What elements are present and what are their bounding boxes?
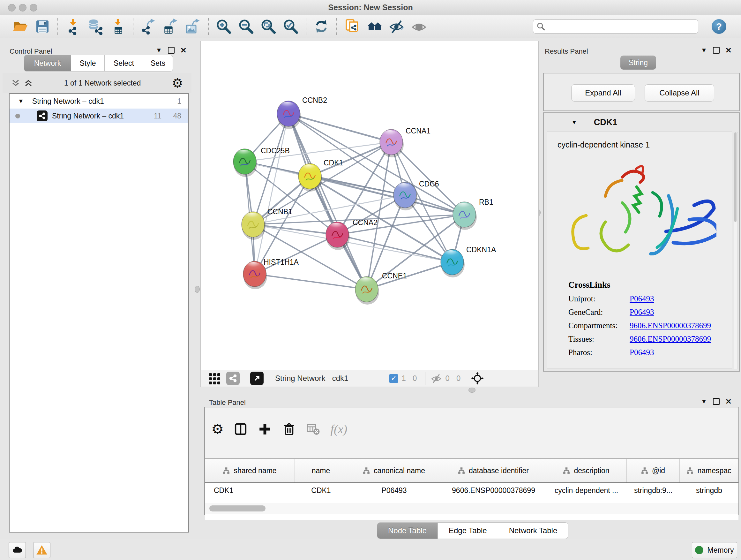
table-cell[interactable]: P06493 — [347, 483, 441, 498]
table-cell[interactable]: 9606.ENSP00000378699 — [441, 483, 546, 498]
network-row[interactable]: String Network – cdk1 11 48 — [10, 109, 188, 123]
network-node-ccne1[interactable]: CCNE1 — [355, 272, 407, 305]
zoom-out-button[interactable] — [237, 17, 255, 36]
save-session-button[interactable] — [33, 17, 51, 36]
search-input[interactable] — [545, 22, 695, 31]
clone-network-button[interactable] — [343, 17, 361, 36]
network-node-rb1[interactable]: RB1 — [453, 198, 493, 230]
search-field[interactable] — [533, 19, 698, 34]
network-edge[interactable] — [288, 114, 464, 214]
table-cell[interactable]: cyclin-dependent ... — [546, 483, 627, 498]
collapse-all-icon[interactable] — [11, 78, 20, 88]
hidden-items-icon[interactable] — [430, 373, 442, 384]
results-panel-menu-icon[interactable]: ▼ — [701, 47, 707, 54]
zoom-fit-button[interactable] — [259, 17, 277, 36]
zoom-selected-button[interactable] — [282, 17, 300, 36]
cloud-button[interactable] — [9, 542, 26, 558]
network-edge[interactable] — [337, 235, 452, 262]
table-options-gear-icon[interactable]: ⚙ — [211, 422, 224, 436]
expand-all-button[interactable]: Expand All — [571, 84, 635, 102]
grid-view-icon[interactable] — [208, 371, 222, 385]
memory-button[interactable]: Memory — [692, 542, 737, 558]
zoom-in-button[interactable] — [215, 17, 232, 36]
results-panel-float-icon[interactable] — [713, 47, 720, 54]
tab-sets[interactable]: Sets — [143, 55, 173, 71]
column-header-shared-name[interactable]: shared name — [205, 459, 295, 482]
show-columns-icon[interactable] — [233, 422, 248, 436]
table-cell[interactable]: stringdb — [680, 483, 738, 498]
collapse-all-button[interactable]: Collapse All — [645, 84, 714, 102]
export-image-button[interactable] — [184, 17, 202, 36]
crosslink-link[interactable]: P06493 — [630, 308, 654, 317]
left-splitter-handle[interactable] — [195, 286, 200, 293]
refresh-button[interactable] — [313, 17, 330, 36]
tab-style[interactable]: Style — [71, 55, 105, 71]
column-header-name[interactable]: name — [295, 459, 347, 482]
column-header-namespac[interactable]: namespac — [680, 459, 738, 482]
import-table-button[interactable] — [109, 17, 127, 36]
zoom-window-button[interactable] — [30, 4, 37, 11]
open-file-button[interactable] — [11, 17, 29, 36]
gene-expander-icon[interactable]: ▼ — [571, 119, 577, 126]
birds-eye-crosshair-icon[interactable] — [471, 372, 484, 385]
network-view-canvas[interactable]: CCNB2CCNA1CDC25BCDK1CDC6RB1CCNB1CCNA2CDK… — [200, 41, 539, 370]
hide-selected-button[interactable] — [388, 17, 406, 36]
tab-select[interactable]: Select — [105, 55, 143, 71]
tab-edge-table[interactable]: Edge Table — [437, 523, 498, 539]
crosslink-link[interactable]: P06493 — [630, 294, 654, 303]
show-all-button[interactable] — [410, 17, 428, 36]
warnings-button[interactable] — [33, 542, 51, 558]
table-panel-float-icon[interactable] — [713, 398, 720, 405]
network-graph[interactable]: CCNB2CCNA1CDC25BCDK1CDC6RB1CCNB1CCNA2CDK… — [201, 41, 539, 370]
table-hscrollbar[interactable] — [205, 503, 738, 514]
close-window-button[interactable] — [8, 4, 16, 11]
selected-nodes-checkbox[interactable]: ✓ — [389, 374, 398, 383]
add-column-icon[interactable] — [258, 422, 272, 436]
crosslink-link[interactable]: 9606.ENSP00000378699 — [630, 334, 711, 344]
network-edge[interactable] — [255, 114, 288, 274]
column-header-database-identifier[interactable]: database identifier — [441, 459, 546, 482]
detach-view-icon[interactable] — [250, 372, 264, 385]
tab-node-table[interactable]: Node Table — [377, 523, 437, 539]
network-node-ccna2[interactable]: CCNA2 — [326, 219, 378, 250]
export-table-button[interactable] — [162, 17, 180, 36]
network-edge[interactable] — [367, 262, 452, 289]
delete-table-icon[interactable] — [306, 422, 321, 436]
control-panel-close-icon[interactable]: ✕ — [180, 48, 187, 53]
control-panel-menu-icon[interactable]: ▼ — [156, 47, 162, 54]
network-node-ccnb2[interactable]: CCNB2 — [277, 96, 327, 129]
network-edge[interactable] — [255, 274, 367, 289]
help-button[interactable]: ? — [712, 19, 726, 34]
tab-network-table[interactable]: Network Table — [498, 523, 568, 539]
column-header--id[interactable]: @id — [627, 459, 680, 482]
network-collection-row[interactable]: ▼ String Network – cdk1 1 — [10, 94, 188, 109]
first-neighbors-button[interactable] — [365, 17, 383, 36]
table-panel-menu-icon[interactable]: ▼ — [701, 398, 707, 405]
control-panel-float-icon[interactable] — [168, 47, 175, 54]
collection-expander-icon[interactable]: ▼ — [18, 98, 24, 105]
network-node-cdkn1a[interactable]: CDKN1A — [441, 246, 496, 277]
column-header-canonical-name[interactable]: canonical name — [347, 459, 441, 482]
network-edge[interactable] — [255, 235, 337, 274]
network-options-gear-icon[interactable]: ⚙ — [172, 77, 183, 89]
results-panel-close-icon[interactable]: ✕ — [725, 48, 732, 53]
export-network-button[interactable] — [139, 17, 157, 36]
import-network-button[interactable] — [64, 17, 82, 36]
network-node-cdc25b[interactable]: CDC25B — [233, 146, 290, 177]
results-scrollbar[interactable] — [734, 132, 738, 369]
network-edge[interactable] — [288, 114, 391, 142]
network-edge[interactable] — [288, 114, 367, 289]
results-scrollbar-thumb[interactable] — [734, 132, 737, 222]
function-builder-icon[interactable]: f(x) — [330, 422, 347, 436]
network-node-ccna1[interactable]: CCNA1 — [380, 127, 430, 158]
minimize-window-button[interactable] — [19, 4, 26, 11]
import-network-from-database-button[interactable] — [86, 17, 105, 36]
delete-column-icon[interactable] — [282, 422, 296, 436]
table-panel-close-icon[interactable]: ✕ — [725, 399, 732, 404]
gene-section-header[interactable]: ▼ CDK1 — [544, 113, 739, 132]
table-hscrollbar-thumb[interactable] — [209, 505, 266, 511]
network-node-hist1h1a[interactable]: HIST1H1A — [243, 258, 299, 289]
table-cell[interactable]: CDK1 — [295, 483, 347, 498]
tab-string[interactable]: String — [620, 56, 656, 70]
table-cell[interactable]: CDK1 — [205, 483, 295, 498]
